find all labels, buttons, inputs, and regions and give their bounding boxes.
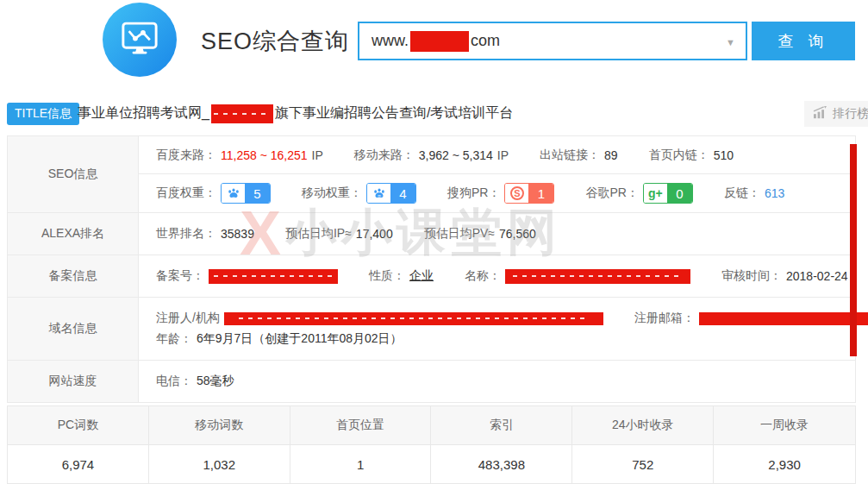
row-label-alexa: ALEXA排名 xyxy=(8,213,139,255)
beian-audit-time: 审核时间： 2018-02-24 xyxy=(721,268,848,284)
redaction-beian-name xyxy=(505,269,690,284)
mobile-weight: 移动权重： m 4 xyxy=(302,183,416,204)
site-title-suffix: 旗下事业编招聘公告查询/考试培训平台 xyxy=(275,105,513,120)
homepage-inner-links: 首页内链： 510 xyxy=(649,148,734,163)
stats-header-homepage-position: 首页位置 xyxy=(290,406,432,445)
google-pr-value: 0 xyxy=(667,184,692,203)
stats-header-pc-words: PC词数 xyxy=(8,406,149,445)
google-pr: 谷歌PR： g+ 0 xyxy=(585,183,692,204)
ranking-button[interactable]: 排行榜 xyxy=(804,101,868,127)
google-plus-icon: g+ xyxy=(644,184,667,203)
redaction-search-domain xyxy=(410,31,469,52)
mobile-weight-value: 4 xyxy=(390,184,415,203)
stats-value-index: 483,398 xyxy=(431,445,572,483)
stats-header-week-collect: 一周收录 xyxy=(714,406,855,445)
svg-text:m: m xyxy=(378,193,381,198)
row-label-domain: 域名信息 xyxy=(8,298,139,360)
baidu-weight: 百度权重： 5 xyxy=(156,183,271,204)
ranking-button-label: 排行榜 xyxy=(833,106,868,122)
keyword-stats-table: PC词数 移动词数 首页位置 索引 24小时收录 一周收录 6,974 1,03… xyxy=(7,405,856,484)
sogou-icon: S xyxy=(505,184,528,203)
domain-registrant-line: 注册人/机构 注册邮箱： xyxy=(139,311,868,326)
table-row-domain: 域名信息 注册人/机构 注册邮箱： 年龄： 6年9月7日（创建于2011年08月… xyxy=(8,298,855,361)
stats-value-24h-collect: 752 xyxy=(572,445,714,483)
site-title-text: 事业单位招聘考试网_旗下事业编招聘公告查询/考试培训平台 xyxy=(78,104,513,123)
baidu-weight-value: 5 xyxy=(245,184,270,203)
title-info-badge: TITLE信息 xyxy=(7,103,79,125)
search-value-prefix: www. xyxy=(372,32,409,50)
sogou-pr: 搜狗PR： S 1 xyxy=(447,183,554,204)
speed-line: 电信： 58毫秒 xyxy=(139,361,855,402)
domain-age: 年龄： 6年9月7日（创建于2011年08月02日） xyxy=(156,331,403,347)
seo-info-table: SEO信息 百度来路： 11,258 ~ 16,251 IP 移动来路： 3,9… xyxy=(7,135,856,403)
site-title-prefix: 事业单位招聘考试网_ xyxy=(78,105,209,120)
row-label-beian: 备案信息 xyxy=(8,255,139,297)
search-value-suffix: com xyxy=(471,32,500,50)
redaction-email xyxy=(699,312,868,325)
baidu-weight-badge[interactable]: 5 xyxy=(221,183,271,204)
alexa-line: 世界排名： 35839 预估日均IP≈ 17,400 预估日均PV≈ 76,56… xyxy=(139,213,855,255)
redaction-title-brand xyxy=(211,104,273,123)
chevron-down-icon[interactable]: ▼ xyxy=(726,37,735,47)
seo-weight-line: 百度权重： 5 移动权重： xyxy=(139,174,855,212)
telecom-speed: 电信： 58毫秒 xyxy=(156,374,234,389)
redaction-side-bar xyxy=(850,144,857,356)
beian-nature: 性质： 企业 xyxy=(369,268,434,284)
outbound-links: 出站链接： 89 xyxy=(540,148,618,163)
beian-line: 备案号： 性质： 企业 名称： 审核时间： 2018-02-24 xyxy=(139,255,868,297)
table-row-beian: 备案信息 备案号： 性质： 企业 名称： 审核时间： 2018-02-24 xyxy=(8,255,855,298)
stats-value-pc-words: 6,974 xyxy=(8,445,149,483)
stats-value-week-collect: 2,930 xyxy=(714,445,855,483)
redaction-beian-number xyxy=(209,269,338,284)
domain-age-line: 年龄： 6年9月7日（创建于2011年08月02日） xyxy=(139,331,868,347)
stats-header-index: 索引 xyxy=(431,406,572,445)
search-input[interactable]: www.com ▼ xyxy=(358,22,747,60)
beian-name: 名称： xyxy=(465,268,690,284)
baidu-traffic: 百度来路： 11,258 ~ 16,251 IP xyxy=(156,148,323,163)
table-row-speed: 网站速度 电信： 58毫秒 xyxy=(8,361,855,402)
beian-number: 备案号： xyxy=(156,268,338,284)
row-label-speed: 网站速度 xyxy=(8,361,139,402)
mobile-weight-badge[interactable]: m 4 xyxy=(366,183,416,204)
baidu-mobile-paw-icon: m xyxy=(367,184,390,203)
stats-header-mobile-words: 移动词数 xyxy=(149,406,290,445)
seo-traffic-line: 百度来路： 11,258 ~ 16,251 IP 移动来路： 3,962 ~ 5… xyxy=(139,136,855,174)
stats-value-homepage-position: 1 xyxy=(290,445,432,483)
query-button[interactable]: 查 询 xyxy=(752,22,855,60)
table-row-seo: SEO信息 百度来路： 11,258 ~ 16,251 IP 移动来路： 3,9… xyxy=(8,136,855,213)
backlinks-link[interactable]: 613 xyxy=(765,186,784,200)
redaction-registrant xyxy=(224,312,603,325)
google-pr-badge[interactable]: g+ 0 xyxy=(643,183,693,204)
row-label-seo: SEO信息 xyxy=(8,136,139,212)
mobile-traffic: 移动来路： 3,962 ~ 5,314 IP xyxy=(354,148,509,163)
baidu-paw-icon xyxy=(222,184,245,203)
page-title: SEO综合查询 xyxy=(201,26,349,57)
sogou-pr-badge[interactable]: S 1 xyxy=(504,183,554,204)
world-rank: 世界排名： 35839 xyxy=(156,226,254,242)
daily-pv: 预估日均PV≈ 76,560 xyxy=(424,226,536,242)
stats-header-24h-collect: 24小时收录 xyxy=(572,406,714,445)
sogou-pr-value: 1 xyxy=(528,184,553,203)
daily-ip: 预估日均IP≈ 17,400 xyxy=(285,226,393,242)
seo-tool-logo xyxy=(103,3,177,77)
monitor-chart-icon xyxy=(116,15,163,65)
nature-link[interactable]: 企业 xyxy=(409,268,434,284)
bar-chart-icon xyxy=(813,106,827,122)
domain-registrant: 注册人/机构 xyxy=(156,311,603,326)
domain-email: 注册邮箱： xyxy=(634,311,868,326)
backlinks: 反链： 613 xyxy=(724,185,784,201)
table-row-alexa: ALEXA排名 世界排名： 35839 预估日均IP≈ 17,400 预估日均P… xyxy=(8,213,855,255)
stats-value-mobile-words: 1,032 xyxy=(149,445,290,483)
